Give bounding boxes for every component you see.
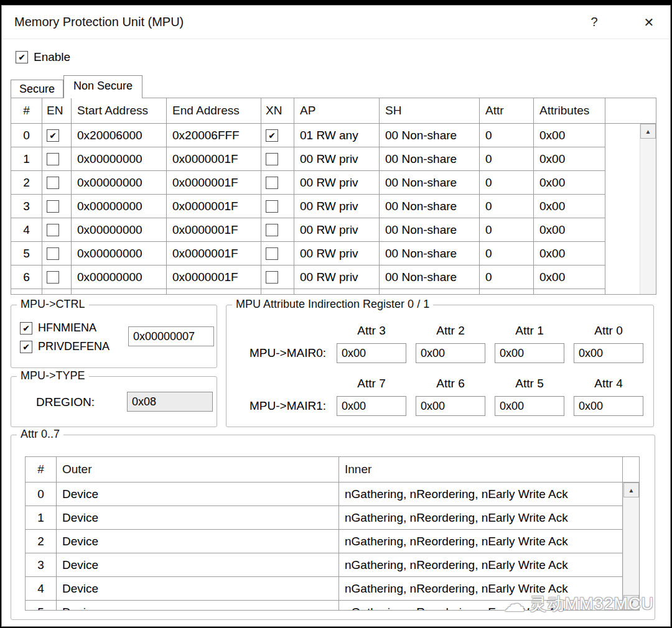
en-checkbox[interactable]: ✔ (47, 129, 59, 142)
attr-inner-cell[interactable]: nGathering, nReordering, nEarly Write Ac… (339, 506, 623, 530)
mair-value-field[interactable] (416, 396, 485, 416)
attr-table-row: 0DevicenGathering, nReordering, nEarly W… (26, 483, 623, 506)
en-checkbox[interactable] (47, 247, 59, 260)
region-table-scrollbar[interactable]: ▲ (640, 124, 656, 294)
xn-checkbox[interactable] (266, 295, 278, 295)
region-start-address-cell[interactable]: 0x00000000 (72, 218, 167, 242)
help-button[interactable]: ? (582, 10, 607, 35)
region-attr-cell[interactable]: 0 (480, 266, 534, 289)
region-start-address-cell[interactable]: 0x20006000 (72, 124, 167, 147)
attr-scroll-up-button[interactable]: ▲ (623, 483, 639, 497)
region-start-address-cell[interactable]: 0x00000000 (72, 171, 167, 195)
region-attr-cell[interactable]: 0 (480, 171, 534, 195)
mair-value-field[interactable] (416, 343, 485, 363)
enable-checkbox[interactable]: ✔ (16, 51, 28, 63)
attr-outer-cell[interactable]: Device (57, 601, 339, 611)
mpu-ctrl-group-title: MPU->CTRL (17, 298, 89, 311)
region-sh-cell[interactable]: 00 Non-share (380, 218, 480, 242)
mair-value-field[interactable] (337, 343, 406, 363)
mair-value-field[interactable] (574, 396, 643, 416)
region-end-address-cell[interactable]: 0x0000001F (167, 289, 261, 295)
attr-scroll-down-button[interactable]: ▼ (623, 595, 639, 610)
region-attr-cell[interactable]: 0 (480, 147, 534, 171)
xn-checkbox[interactable] (266, 153, 278, 165)
attr-outer-cell[interactable]: Device (57, 506, 339, 530)
region-ap-cell[interactable]: 00 RW priv (294, 147, 380, 171)
mair-value-field[interactable] (337, 396, 406, 416)
attr-inner-cell[interactable]: nGathering, nReordering, nEarly Write Ac… (339, 577, 623, 601)
xn-checkbox[interactable] (266, 247, 278, 260)
region-attributes-cell[interactable]: 0x00 (534, 242, 605, 266)
attr-table-scrollbar[interactable]: ▲ ▼ (623, 483, 639, 610)
region-attributes-cell[interactable]: 0x00 (534, 171, 605, 195)
attr-outer-cell[interactable]: Device (57, 530, 339, 553)
mair-value-field[interactable] (495, 343, 564, 363)
en-checkbox[interactable] (47, 153, 59, 165)
region-end-address-cell[interactable]: 0x0000001F (167, 218, 261, 242)
region-sh-cell[interactable]: 00 Non-share (380, 266, 480, 289)
attr-inner-cell[interactable]: nGathering, nReordering, nEarly Write Ac… (339, 530, 623, 553)
region-attributes-cell[interactable]: 0x00 (534, 147, 605, 171)
attr-inner-cell[interactable]: nGathering, nReordering, nEarly Write Ac… (339, 483, 623, 506)
region-end-address-cell[interactable]: 0x0000001F (167, 195, 261, 218)
attr-inner-cell[interactable]: nGathering, nReordering, nEarly Write Ac… (339, 553, 623, 577)
region-sh-cell[interactable]: 00 Non-share (380, 289, 480, 295)
region-attributes-cell[interactable]: 0x00 (534, 289, 605, 295)
privdefena-checkbox[interactable]: ✔ (20, 341, 32, 353)
region-start-address-cell[interactable]: 0x00000000 (72, 266, 167, 289)
region-end-address-cell[interactable]: 0x0000001F (167, 147, 261, 171)
region-ap-cell[interactable]: 00 RW priv (294, 218, 380, 242)
xn-checkbox[interactable] (266, 200, 278, 213)
region-end-address-cell[interactable]: 0x20006FFF (167, 124, 261, 147)
region-attr-cell[interactable]: 0 (480, 242, 534, 266)
attr-outer-cell[interactable]: Device (57, 577, 339, 601)
xn-checkbox[interactable] (266, 177, 278, 189)
attr-inner-cell[interactable]: nGathering, nReordering, nEarly Write Ac… (339, 601, 623, 611)
region-sh-cell[interactable]: 00 Non-share (380, 195, 480, 218)
region-end-address-cell[interactable]: 0x0000001F (167, 171, 261, 195)
en-checkbox[interactable] (47, 177, 59, 189)
region-sh-cell[interactable]: 00 Non-share (380, 242, 480, 266)
region-attributes-cell[interactable]: 0x00 (534, 195, 605, 218)
region-start-address-cell[interactable]: 0x00000000 (72, 195, 167, 218)
region-attributes-cell[interactable]: 0x00 (534, 266, 605, 289)
region-ap-cell[interactable]: 00 RW priv (294, 266, 380, 289)
region-ap-cell[interactable]: 00 RW priv (294, 171, 380, 195)
xn-checkbox[interactable]: ✔ (266, 129, 278, 142)
region-sh-cell[interactable]: 00 Non-share (380, 147, 480, 171)
region-ap-cell[interactable]: 01 RW any (294, 124, 380, 147)
region-ap-cell[interactable]: 00 RW priv (294, 195, 380, 218)
region-start-address-cell[interactable]: 0x00000000 (72, 289, 167, 295)
region-start-address-cell[interactable]: 0x00000000 (72, 147, 167, 171)
region-end-address-cell[interactable]: 0x0000001F (167, 242, 261, 266)
xn-checkbox[interactable] (266, 271, 278, 284)
hfnmiena-checkbox[interactable]: ✔ (20, 322, 32, 335)
region-ap-cell[interactable]: 00 RW priv (294, 289, 380, 295)
en-checkbox[interactable] (47, 295, 59, 295)
region-attributes-cell[interactable]: 0x00 (534, 218, 605, 242)
attr-outer-cell[interactable]: Device (57, 483, 339, 506)
mpu-ctrl-value-field[interactable] (128, 326, 214, 346)
attr-outer-cell[interactable]: Device (57, 553, 339, 577)
region-sh-cell[interactable]: 00 Non-share (380, 171, 480, 195)
tab-non-secure[interactable]: Non Secure (63, 75, 142, 98)
region-sh-cell[interactable]: 00 Non-share (380, 124, 480, 147)
en-checkbox[interactable] (47, 200, 59, 213)
region-attr-cell[interactable]: 0 (480, 195, 534, 218)
region-attr-cell[interactable]: 0 (480, 289, 534, 295)
close-button[interactable]: ✕ (637, 10, 661, 35)
mair-value-field[interactable] (574, 343, 643, 363)
region-start-address-cell[interactable]: 0x00000000 (72, 242, 167, 266)
en-checkbox[interactable] (47, 224, 59, 236)
region-ap-cell[interactable]: 00 RW priv (294, 242, 380, 266)
region-end-address-cell[interactable]: 0x0000001F (167, 266, 261, 289)
tab-secure[interactable]: Secure (11, 80, 63, 98)
region-scroll-up-button[interactable]: ▲ (640, 124, 656, 139)
en-checkbox[interactable] (47, 271, 59, 284)
mair-value-field[interactable] (495, 396, 564, 416)
region-attr-cell[interactable]: 0 (480, 124, 534, 147)
region-attr-cell[interactable]: 0 (480, 218, 534, 242)
region-attributes-cell[interactable]: 0x00 (534, 124, 605, 147)
xn-checkbox[interactable] (266, 224, 278, 236)
scroll-down-icon: ▼ (628, 599, 635, 606)
